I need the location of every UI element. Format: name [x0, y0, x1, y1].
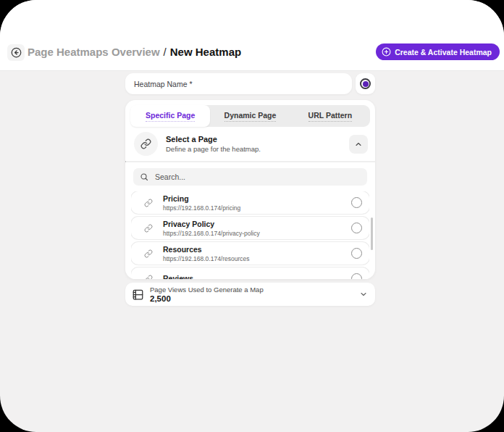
tab-label: Dynamic Page: [224, 111, 277, 122]
select-page-subtitle: Define a page for the heatmap.: [166, 145, 261, 153]
page-url: https://192.168.0.174/privacy-policy: [163, 230, 260, 237]
collapse-section-button[interactable]: [349, 135, 368, 154]
chevron-up-icon: [354, 140, 363, 149]
tab-label: URL Pattern: [308, 111, 352, 122]
app-window: Page Heatmaps Overview / New Heatmap Cre…: [0, 0, 504, 432]
select-page-header: Select a Page Define a page for the heat…: [125, 127, 375, 161]
record-mode-toggle[interactable]: [356, 73, 375, 94]
page-url: https://192.168.0.174/resources: [163, 255, 250, 262]
radio-unselected-icon[interactable]: [351, 273, 362, 279]
page-target-card: Specific Page Dynamic Page URL Pattern: [125, 100, 375, 279]
tab-label: Specific Page: [146, 111, 195, 122]
page-title: Pricing: [163, 194, 240, 203]
select-page-texts: Select a Page Define a page for the heat…: [166, 135, 261, 153]
breadcrumb: Page Heatmaps Overview / New Heatmap: [28, 46, 241, 59]
page-views-dropdown[interactable]: Page Views Used to Generate a Map 2,500: [125, 283, 375, 306]
page-views-texts: Page Views Used to Generate a Map 2,500: [150, 286, 264, 303]
list-scrollbar[interactable]: [371, 217, 373, 250]
chain-link-icon: [144, 224, 153, 233]
page-title: Resources: [163, 245, 250, 254]
page-row-texts: Resources https://192.168.0.174/resource…: [163, 245, 250, 262]
page-title: Privacy Policy: [163, 220, 260, 228]
divider: [125, 161, 375, 162]
arrow-left-circle-icon: [11, 47, 22, 58]
page-row-texts: Reviews: [163, 274, 193, 280]
breadcrumb-current: New Heatmap: [170, 46, 241, 59]
page-views-label: Page Views Used to Generate a Map: [150, 286, 264, 294]
breadcrumb-parent[interactable]: Page Heatmaps Overview: [28, 46, 160, 59]
create-button-label: Create & Activate Heatmap: [395, 48, 492, 57]
page-row-texts: Pricing https://192.168.0.174/pricing: [163, 194, 240, 212]
page-row-privacy-policy[interactable]: Privacy Policy https://192.168.0.174/pri…: [131, 217, 369, 239]
link-icon-badge: [134, 132, 158, 156]
page-row-reviews[interactable]: Reviews: [131, 267, 369, 279]
radio-unselected-icon[interactable]: [351, 223, 362, 233]
top-header: Page Heatmaps Overview / New Heatmap Cre…: [0, 0, 504, 71]
select-page-title: Select a Page: [166, 135, 261, 144]
create-activate-heatmap-button[interactable]: Create & Activate Heatmap: [376, 43, 500, 60]
radio-unselected-icon[interactable]: [351, 248, 362, 259]
page-type-tabs: Specific Page Dynamic Page URL Pattern: [130, 105, 370, 127]
search-icon: [140, 173, 148, 181]
chain-link-icon: [140, 138, 151, 149]
chain-link-icon: [144, 249, 153, 258]
film-icon: [133, 289, 143, 300]
chevron-down-icon: [359, 290, 368, 299]
chain-link-icon: [144, 275, 153, 280]
tab-dynamic-page[interactable]: Dynamic Page: [210, 105, 290, 127]
page-search-box: [133, 168, 367, 186]
back-button[interactable]: [7, 44, 25, 61]
heatmap-name-input[interactable]: [125, 73, 352, 94]
page-title: Reviews: [163, 274, 193, 280]
tab-specific-page[interactable]: Specific Page: [130, 105, 210, 127]
page-url: https://192.168.0.174/pricing: [163, 204, 240, 212]
page-row-texts: Privacy Policy https://192.168.0.174/pri…: [163, 220, 260, 237]
page-row-resources[interactable]: Resources https://192.168.0.174/resource…: [131, 242, 369, 265]
page-row-pricing[interactable]: Pricing https://192.168.0.174/pricing: [131, 191, 369, 214]
page-views-value: 2,500: [150, 294, 264, 303]
tab-url-pattern[interactable]: URL Pattern: [290, 105, 370, 127]
radio-selected-icon: [360, 78, 371, 89]
search-input[interactable]: [154, 172, 361, 182]
radio-unselected-icon[interactable]: [351, 197, 362, 208]
chain-link-icon: [144, 199, 153, 207]
page-list[interactable]: Pricing https://192.168.0.174/pricing Pr…: [131, 191, 369, 279]
plus-circle-icon: [382, 47, 391, 57]
breadcrumb-separator: /: [164, 46, 167, 59]
